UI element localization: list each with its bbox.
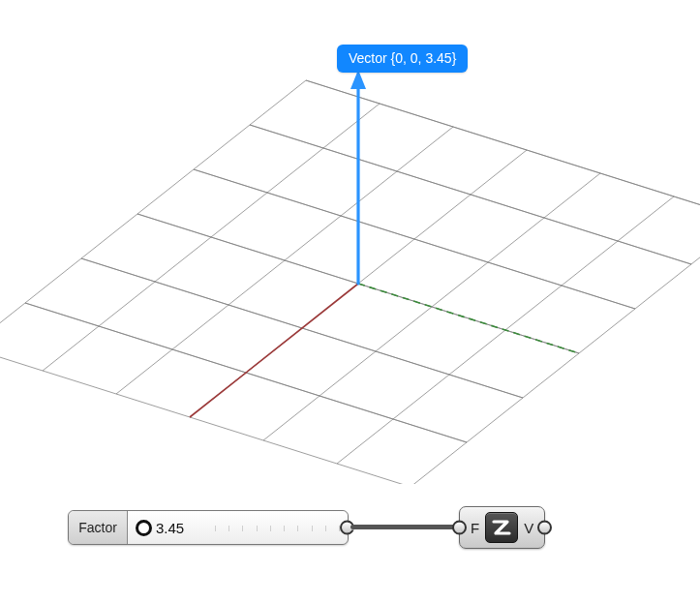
ground-grid (25, 80, 700, 442)
vector-tooltip: Vector {0, 0, 3.45} (337, 45, 468, 73)
svg-line-21 (411, 220, 700, 484)
z-vector-arrow (350, 70, 366, 284)
number-slider[interactable]: Factor 3.45 (68, 510, 349, 545)
svg-marker-23 (350, 70, 366, 89)
node-input-label: F (467, 520, 483, 536)
svg-line-16 (43, 104, 380, 371)
x-axis (190, 284, 358, 417)
svg-line-17 (116, 127, 453, 394)
slider-value: 3.45 (156, 520, 184, 536)
slider-ticks (215, 526, 340, 531)
slider-thumb[interactable] (136, 520, 152, 536)
viewport-3d[interactable] (0, 0, 700, 484)
slider-label: Factor (69, 511, 128, 544)
node-output-label: V (520, 520, 537, 536)
svg-line-0 (306, 80, 700, 220)
slider-track[interactable]: 3.45 (128, 511, 348, 544)
node-input-port[interactable] (452, 521, 467, 535)
svg-line-15 (0, 80, 306, 347)
perspective-grid (0, 80, 700, 484)
svg-line-14 (0, 347, 411, 484)
unit-z-node[interactable]: F V (459, 506, 545, 549)
vector-tooltip-text: Vector {0, 0, 3.45} (349, 50, 456, 66)
app-canvas: Vector {0, 0, 3.45} Factor 3.45 F (0, 0, 700, 603)
svg-line-8 (306, 80, 700, 220)
node-output-port[interactable] (537, 521, 552, 535)
z-axis-icon (485, 512, 518, 543)
wire (350, 524, 469, 531)
svg-line-19 (263, 173, 600, 440)
node-graph[interactable]: Factor 3.45 F V (68, 506, 610, 555)
